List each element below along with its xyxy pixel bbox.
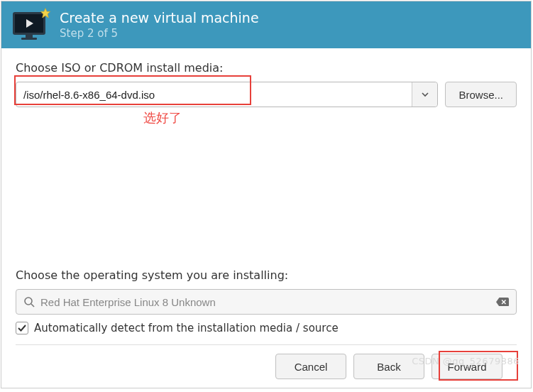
- os-search-entry[interactable]: [16, 289, 517, 315]
- forward-button[interactable]: Forward: [432, 354, 502, 379]
- auto-detect-label: Automatically detect from the installati…: [34, 322, 339, 334]
- vm-wizard-window: Create a new virtual machine Step 2 of 5…: [1, 1, 532, 388]
- chevron-down-icon: [421, 90, 429, 99]
- iso-row: Browse...: [16, 82, 517, 107]
- iso-dropdown-button[interactable]: [412, 82, 437, 107]
- search-icon: [23, 296, 35, 307]
- iso-combobox[interactable]: [16, 82, 438, 107]
- svg-line-2: [31, 304, 34, 307]
- back-button[interactable]: Back: [353, 354, 424, 379]
- cancel-button[interactable]: Cancel: [275, 354, 346, 379]
- svg-marker-0: [40, 9, 50, 18]
- os-label: Choose the operating system you are inst…: [16, 268, 517, 282]
- wizard-step: Step 2 of 5: [60, 27, 259, 40]
- auto-detect-checkbox[interactable]: [16, 322, 28, 334]
- wizard-title: Create a new virtual machine: [60, 10, 259, 26]
- browse-button[interactable]: Browse...: [445, 82, 517, 107]
- auto-detect-row: Automatically detect from the installati…: [16, 322, 517, 334]
- new-vm-icon: [13, 11, 50, 39]
- os-search-input[interactable]: [40, 296, 490, 308]
- wizard-header: Create a new virtual machine Step 2 of 5: [1, 1, 531, 48]
- wizard-content: Choose ISO or CDROM install media: Brows…: [1, 48, 531, 388]
- iso-path-input[interactable]: [16, 82, 412, 107]
- svg-point-1: [25, 298, 32, 305]
- checkmark-icon: [17, 323, 27, 333]
- wizard-footer: Cancel Back Forward: [16, 344, 517, 388]
- header-text: Create a new virtual machine Step 2 of 5: [60, 10, 259, 40]
- os-section: Choose the operating system you are inst…: [16, 268, 517, 334]
- iso-label: Choose ISO or CDROM install media:: [16, 61, 517, 75]
- clear-icon[interactable]: [496, 297, 509, 307]
